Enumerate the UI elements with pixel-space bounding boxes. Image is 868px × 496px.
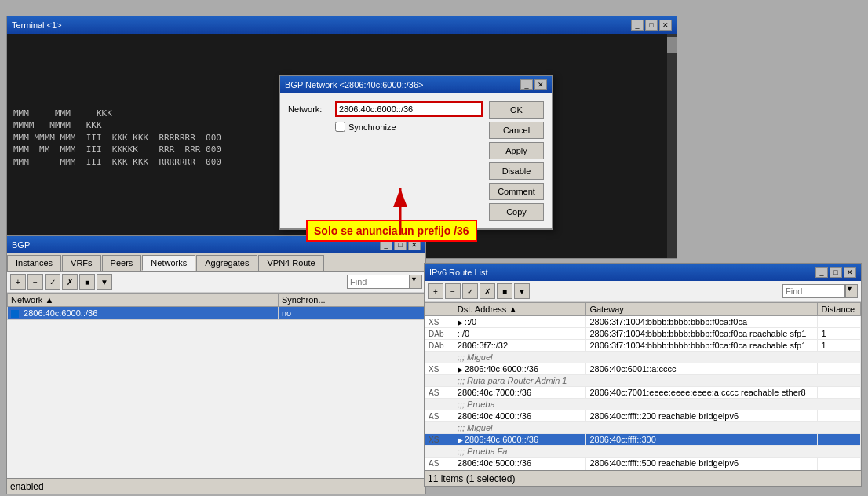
ipv6-table-row[interactable]: XS ▶2806:40c:6000::/36 2806:40c:ffff::30… bbox=[425, 434, 861, 446]
ipv6-table-row[interactable]: ;;; Ruta para Router Admin 1 bbox=[425, 375, 861, 387]
dialog-minimize-btn[interactable]: _ bbox=[520, 79, 533, 90]
ipv6-dst-cell: 2806:40c:7000::/36 bbox=[454, 387, 586, 399]
disable-button[interactable]: Disable bbox=[489, 162, 544, 180]
disable-btn[interactable]: ✗ bbox=[62, 274, 78, 290]
ipv6-table-row[interactable]: XS ▶::/0 2806:3f7:1004:bbbb:bbbb:bbbb:f0… bbox=[425, 316, 861, 328]
ipv6-comment-cell: ;;; Ruta para Router Admin 1 bbox=[454, 375, 860, 387]
copy-button[interactable]: Copy bbox=[489, 203, 544, 221]
tab-vpn4[interactable]: VPN4 Route bbox=[258, 255, 323, 271]
ipv6-comment-btn[interactable]: ■ bbox=[497, 283, 512, 299]
ipv6-type-cell bbox=[425, 375, 454, 387]
ipv6-table-row[interactable]: ;;; Miguel bbox=[425, 352, 861, 363]
tab-networks[interactable]: Networks bbox=[142, 255, 195, 271]
ipv6-table: Dst. Address ▲ Gateway Distance XS ▶::/0… bbox=[425, 302, 861, 471]
ipv6-dist-cell: 1 bbox=[818, 340, 861, 352]
ipv6-dist-cell: 1 bbox=[818, 328, 861, 340]
ipv6-gw-cell: 2806:40c:ffff::500 reachable bridgeipv6 bbox=[586, 458, 818, 469]
ipv6-dist-cell bbox=[818, 434, 861, 446]
synchronize-label: Synchronize bbox=[348, 122, 396, 132]
ipv6-remove-btn[interactable]: − bbox=[445, 283, 461, 299]
ipv6-table-row[interactable]: ;;; Prueba Fa bbox=[425, 446, 861, 458]
terminal-scrollbar-thumb[interactable] bbox=[667, 37, 677, 53]
enable-btn[interactable]: ✓ bbox=[45, 274, 60, 290]
synchronize-checkbox[interactable] bbox=[335, 122, 345, 132]
ipv6-table-row[interactable]: ;;; Miguel bbox=[425, 422, 861, 434]
ipv6-table-row[interactable]: DAb 2806:3f7::/32 2806:3f7:1004:bbbb:bbb… bbox=[425, 340, 861, 352]
ipv6-gw-cell: 2806:3f7:1004:bbbb:bbbb:bbbb:f0ca:f0ca r… bbox=[586, 328, 818, 340]
terminal-close-btn[interactable]: ✕ bbox=[659, 20, 672, 31]
ipv6-type-cell: AS bbox=[425, 387, 454, 399]
bgp-table-container: Network ▲ Synchron... 2806:40c:6000::/36… bbox=[7, 293, 425, 489]
comment-button[interactable]: Comment bbox=[489, 183, 544, 200]
col-type[interactable] bbox=[425, 303, 454, 316]
ipv6-table-row[interactable]: XS ▶2806:40c:6000::/36 2806:40c:6001::a:… bbox=[425, 363, 861, 375]
dialog-title: BGP Network <2806:40c:6000::/36> bbox=[285, 80, 424, 89]
ipv6-type-cell bbox=[425, 422, 454, 434]
ipv6-disable-btn[interactable]: ✗ bbox=[480, 283, 495, 299]
ipv6-type-cell bbox=[425, 352, 454, 363]
bgp-statusbar: enabled bbox=[7, 478, 425, 494]
filter-btn[interactable]: ▼ bbox=[97, 274, 112, 290]
col-dst-address[interactable]: Dst. Address ▲ bbox=[454, 303, 586, 316]
ipv6-statusbar: 11 items (1 selected) bbox=[425, 470, 861, 486]
bgp-network-dialog: BGP Network <2806:40c:6000::/36> _ ✕ Net… bbox=[279, 75, 553, 230]
ipv6-find-btn[interactable]: ▼ bbox=[845, 284, 858, 298]
terminal-scrollbar[interactable] bbox=[667, 34, 677, 258]
tab-peers[interactable]: Peers bbox=[102, 255, 142, 271]
ok-button[interactable]: OK bbox=[489, 101, 544, 119]
ipv6-gw-cell: 2806:40c:ffff::300 bbox=[586, 434, 818, 446]
ipv6-table-header: Dst. Address ▲ Gateway Distance bbox=[425, 303, 861, 316]
add-btn[interactable]: + bbox=[10, 274, 26, 290]
ipv6-window-controls: _ □ ✕ bbox=[815, 267, 856, 278]
dialog-close-btn[interactable]: ✕ bbox=[534, 79, 547, 90]
ipv6-table-row[interactable]: AS 2806:40c:5000::/36 2806:40c:ffff::500… bbox=[425, 458, 861, 469]
ipv6-title: IPv6 Route List bbox=[429, 268, 488, 277]
terminal-maximize-btn[interactable]: □ bbox=[645, 20, 658, 31]
bgp-find-btn[interactable]: ▼ bbox=[410, 275, 422, 289]
bgp-tabs: Instances VRFs Peers Networks Aggregates… bbox=[7, 253, 425, 272]
ipv6-type-cell: DAb bbox=[425, 328, 454, 340]
ipv6-filter-btn[interactable]: ▼ bbox=[514, 283, 530, 299]
ipv6-table-row[interactable]: AS 2806:40c:4000::/36 2806:40c:ffff::200… bbox=[425, 410, 861, 422]
ipv6-maximize-btn[interactable]: □ bbox=[830, 267, 842, 278]
ipv6-type-cell: DAb bbox=[425, 340, 454, 352]
ipv6-comment-cell: ;;; Prueba bbox=[454, 399, 860, 410]
ipv6-titlebar: IPv6 Route List _ □ ✕ bbox=[425, 264, 861, 281]
ipv6-minimize-btn[interactable]: _ bbox=[815, 267, 828, 278]
ipv6-find-box: ▼ bbox=[782, 284, 858, 298]
col-gateway[interactable]: Gateway bbox=[586, 303, 818, 316]
col-sync[interactable]: Synchron... bbox=[278, 294, 425, 307]
network-input[interactable] bbox=[335, 101, 483, 117]
terminal-title: Terminal <1> bbox=[12, 20, 62, 30]
ipv6-table-row[interactable]: DAb ::/0 2806:3f7:1004:bbbb:bbbb:bbbb:f0… bbox=[425, 328, 861, 340]
ipv6-table-row[interactable]: AS 2806:40c:7000::/36 2806:40c:7001:eeee… bbox=[425, 387, 861, 399]
ipv6-dist-cell bbox=[818, 458, 861, 469]
comment-btn[interactable]: ■ bbox=[79, 274, 95, 290]
synchronize-row: Synchronize bbox=[335, 122, 483, 132]
ipv6-dist-cell bbox=[818, 387, 861, 399]
bgp-table-row[interactable]: 2806:40c:6000::/36 no bbox=[8, 307, 425, 320]
ipv6-type-cell bbox=[425, 399, 454, 410]
ipv6-add-btn[interactable]: + bbox=[428, 283, 443, 299]
ipv6-enable-btn[interactable]: ✓ bbox=[462, 283, 478, 299]
cancel-button[interactable]: Cancel bbox=[489, 122, 544, 139]
tab-instances[interactable]: Instances bbox=[7, 255, 61, 271]
bgp-title: BGP bbox=[12, 240, 30, 250]
col-distance[interactable]: Distance bbox=[818, 303, 861, 316]
ipv6-gw-cell: 2806:3f7:1004:bbbb:bbbb:bbbb:f0ca:f0ca r… bbox=[586, 340, 818, 352]
col-network[interactable]: Network ▲ bbox=[8, 294, 279, 307]
dialog-form: Network: Synchronize bbox=[288, 101, 483, 221]
tab-vrfs[interactable]: VRFs bbox=[62, 255, 101, 271]
apply-button[interactable]: Apply bbox=[489, 142, 544, 159]
bgp-find-input[interactable] bbox=[347, 275, 410, 289]
remove-btn[interactable]: − bbox=[27, 274, 43, 290]
terminal-minimize-btn[interactable]: _ bbox=[631, 20, 644, 31]
ipv6-gw-cell: 2806:3f7:1004:bbbb:bbbb:bbbb:f0ca:f0ca bbox=[586, 316, 818, 328]
tab-aggregates[interactable]: Aggregates bbox=[196, 255, 257, 271]
ipv6-close-btn[interactable]: ✕ bbox=[844, 267, 856, 278]
annotation-text: Solo se anuncia un prefijo /36 bbox=[306, 220, 477, 242]
ipv6-find-input[interactable] bbox=[782, 284, 845, 298]
bgp-network-cell: 2806:40c:6000::/36 bbox=[8, 307, 279, 320]
ipv6-dst-cell: ▶::/0 bbox=[454, 316, 586, 328]
ipv6-table-row[interactable]: ;;; Prueba bbox=[425, 399, 861, 410]
